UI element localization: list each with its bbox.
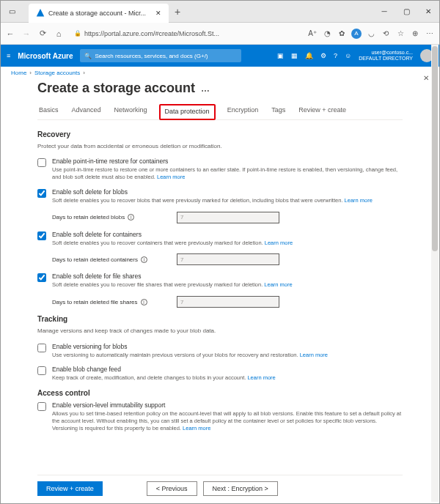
info-icon[interactable]: i bbox=[128, 214, 134, 220]
azure-brand[interactable]: Microsoft Azure bbox=[18, 52, 73, 60]
browser-tab[interactable]: Create a storage account - Micr... ✕ bbox=[29, 4, 169, 23]
browser-address-bar: ← → ⟳ ⌂ 🔒 https://portal.azure.com/#crea… bbox=[1, 23, 439, 45]
gear-icon[interactable]: ⚙ bbox=[320, 52, 326, 59]
tab-review[interactable]: Review + create bbox=[297, 103, 348, 119]
maximize-button[interactable]: ▢ bbox=[395, 1, 417, 23]
read-aloud-icon[interactable]: ◔ bbox=[322, 29, 332, 37]
changefeed-learn-more[interactable]: Learn more bbox=[247, 374, 275, 381]
collections-icon[interactable]: ⊕ bbox=[410, 29, 420, 37]
search-icon: 🔍 bbox=[84, 53, 92, 59]
option-immutability: Enable version-level immutability suppor… bbox=[37, 401, 403, 431]
refresh-icon[interactable]: ⟳ bbox=[37, 29, 48, 38]
more-actions-icon[interactable]: … bbox=[201, 84, 210, 94]
soft-file-learn-more[interactable]: Learn more bbox=[264, 281, 292, 288]
user-directory: DEFAULT DIRECTORY bbox=[359, 56, 413, 62]
tab-data-protection[interactable]: Data protection bbox=[159, 104, 216, 120]
wizard-footer: Review + create < Previous Next : Encryp… bbox=[37, 475, 403, 496]
lock-icon: 🔒 bbox=[74, 30, 81, 37]
checkbox-soft-blob[interactable] bbox=[37, 189, 46, 198]
search-placeholder: Search resources, services, and docs (G+… bbox=[95, 53, 208, 59]
recovery-heading: Recovery bbox=[37, 130, 403, 138]
checkbox-soft-cont[interactable] bbox=[37, 231, 46, 240]
tab-title: Create a storage account - Micr... bbox=[48, 10, 146, 17]
feedback-icon[interactable]: ☺ bbox=[345, 52, 351, 59]
tab-basics[interactable]: Basics bbox=[37, 103, 60, 119]
directories-icon[interactable]: ▦ bbox=[291, 52, 298, 59]
changefeed-label: Enable blob change feed bbox=[52, 366, 403, 373]
azure-header: ≡ Microsoft Azure 🔍 Search resources, se… bbox=[1, 45, 439, 67]
versioning-label: Enable versioning for blobs bbox=[52, 343, 403, 350]
close-tab-icon[interactable]: ✕ bbox=[155, 10, 161, 17]
minimize-button[interactable]: ─ bbox=[373, 1, 395, 23]
soft-blob-days-input[interactable] bbox=[177, 212, 279, 223]
url-text: https://portal.azure.com/#create/Microso… bbox=[84, 30, 219, 37]
new-tab-button[interactable]: + bbox=[175, 6, 180, 18]
soft-cont-days-label: Days to retain deleted containersi bbox=[52, 256, 169, 263]
option-changefeed: Enable blob change feed Keep track of cr… bbox=[37, 366, 403, 382]
soft-blob-days-label: Days to retain deleted blobsi bbox=[52, 214, 169, 220]
browser-titlebar: ▭ Create a storage account - Micr... ✕ +… bbox=[1, 1, 439, 23]
text-size-icon[interactable]: A⁺ bbox=[307, 29, 318, 37]
close-blade-icon[interactable]: ✕ bbox=[423, 74, 429, 82]
breadcrumb-accounts[interactable]: Storage accounts bbox=[34, 70, 80, 76]
soft-cont-learn-more[interactable]: Learn more bbox=[265, 240, 293, 246]
user-email: user@contoso.c... bbox=[359, 50, 413, 56]
soft-file-label: Enable soft delete for file shares bbox=[52, 273, 403, 280]
home-icon[interactable]: ⌂ bbox=[54, 29, 64, 38]
pitr-label: Enable point-in-time restore for contain… bbox=[52, 158, 403, 165]
tab-list-icon[interactable]: ▭ bbox=[1, 1, 23, 23]
azure-favicon-icon bbox=[36, 9, 45, 18]
immut-label: Enable version-level immutability suppor… bbox=[52, 401, 403, 409]
immut-learn-more[interactable]: Learn more bbox=[183, 425, 210, 431]
favorites-icon[interactable]: ☆ bbox=[395, 29, 406, 37]
tracking-heading: Tracking bbox=[37, 315, 403, 323]
option-soft-blob: Enable soft delete for blobs Soft delete… bbox=[37, 188, 403, 204]
option-soft-file: Enable soft delete for file shares Soft … bbox=[37, 273, 403, 289]
soft-blob-learn-more[interactable]: Learn more bbox=[345, 197, 373, 204]
option-versioning: Enable versioning for blobs Use versioni… bbox=[37, 343, 403, 359]
tab-advanced[interactable]: Advanced bbox=[70, 103, 103, 119]
back-icon[interactable]: ← bbox=[5, 29, 15, 38]
versioning-learn-more[interactable]: Learn more bbox=[300, 352, 328, 358]
settings-icon[interactable]: ⋯ bbox=[425, 29, 435, 37]
hamburger-icon[interactable]: ≡ bbox=[7, 52, 10, 59]
user-info[interactable]: user@contoso.c... DEFAULT DIRECTORY bbox=[359, 50, 413, 61]
pitr-learn-more[interactable]: Learn more bbox=[157, 174, 185, 180]
breadcrumb: Home › Storage accounts › bbox=[1, 67, 439, 79]
extension2-icon[interactable]: ⟲ bbox=[381, 29, 391, 37]
close-window-button[interactable]: ✕ bbox=[417, 1, 439, 23]
checkbox-immutability[interactable] bbox=[37, 402, 46, 411]
shopping-icon[interactable]: ✿ bbox=[337, 29, 347, 37]
recovery-desc: Protect your data from accidental or err… bbox=[37, 143, 403, 150]
previous-button[interactable]: < Previous bbox=[147, 481, 197, 496]
tab-tags[interactable]: Tags bbox=[270, 103, 287, 119]
profile-icon[interactable]: A bbox=[351, 29, 362, 39]
checkbox-versioning[interactable] bbox=[37, 344, 46, 352]
checkbox-changefeed[interactable] bbox=[37, 366, 46, 375]
info-icon[interactable]: i bbox=[141, 299, 147, 305]
checkbox-pitr[interactable] bbox=[37, 158, 46, 167]
soft-file-days-input[interactable] bbox=[177, 296, 279, 308]
chevron-right-icon: › bbox=[29, 70, 32, 76]
soft-blob-label: Enable soft delete for blobs bbox=[52, 188, 403, 196]
soft-cont-days-input[interactable] bbox=[177, 253, 279, 265]
option-pitr: Enable point-in-time restore for contain… bbox=[37, 158, 403, 181]
chevron-right-icon: › bbox=[83, 70, 85, 76]
extension1-icon[interactable]: ◡ bbox=[366, 29, 376, 37]
tab-networking[interactable]: Networking bbox=[113, 103, 149, 119]
scrollbar-thumb[interactable] bbox=[432, 46, 438, 251]
tab-encryption[interactable]: Encryption bbox=[226, 103, 260, 119]
azure-search[interactable]: 🔍 Search resources, services, and docs (… bbox=[80, 49, 241, 62]
checkbox-soft-file[interactable] bbox=[37, 273, 46, 282]
info-icon[interactable]: i bbox=[141, 256, 147, 263]
help-icon[interactable]: ? bbox=[334, 52, 337, 59]
soft-file-days-label: Days to retain deleted file sharesi bbox=[52, 299, 169, 305]
breadcrumb-home[interactable]: Home bbox=[11, 70, 26, 76]
notifications-icon[interactable]: 🔔 bbox=[305, 52, 313, 59]
vertical-scrollbar[interactable] bbox=[431, 45, 439, 502]
url-field[interactable]: 🔒 https://portal.azure.com/#create/Micro… bbox=[70, 28, 224, 40]
cloud-shell-icon[interactable]: ▣ bbox=[277, 52, 284, 59]
next-button[interactable]: Next : Encryption > bbox=[203, 481, 278, 496]
review-create-button[interactable]: Review + create bbox=[37, 481, 103, 496]
option-soft-cont: Enable soft delete for containers Soft d… bbox=[37, 231, 403, 247]
